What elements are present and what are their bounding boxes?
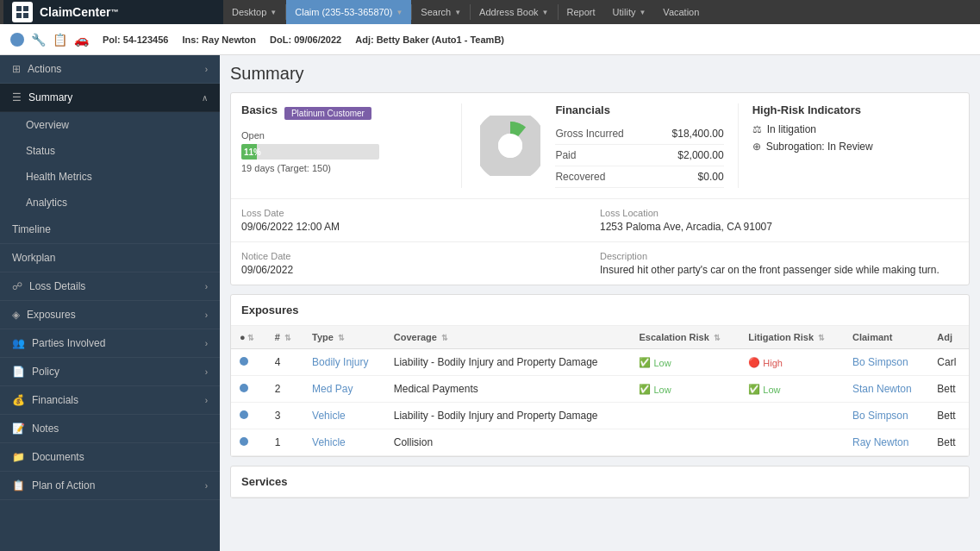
row3-num: 3 [266,403,303,429]
sidebar-item-documents[interactable]: 📁 Documents [0,443,220,472]
row3-type-link[interactable]: Vehicle [312,410,346,422]
check-icon: ✅ [639,357,651,368]
row4-coverage: Collision [385,429,631,456]
col-type: Type ⇅ [303,326,385,349]
col-dot-sort[interactable]: ⇅ [247,334,254,342]
svg-rect-3 [23,13,28,18]
sidebar-item-timeline[interactable]: Timeline [0,216,220,244]
nav-address-book[interactable]: Address Book ▼ [471,0,557,24]
nav-vacation[interactable]: Vacation [654,0,708,24]
exposures-card: Exposures ●⇅ # ⇅ Type ⇅ Coverage ⇅ Escal… [230,294,970,457]
days-target: 19 days (Target: 150) [241,163,447,173]
notes-icon: 📝 [12,423,25,435]
col-coverage: Coverage ⇅ [385,326,631,349]
doc-icon: 📋 [53,33,67,47]
nav-address-arrow: ▼ [542,9,549,16]
highrisk-section: High-Risk Indicators ⚖ In litigation ⊕ S… [739,103,958,188]
sidebar-item-actions[interactable]: ⊞ Actions › [0,55,220,84]
svg-rect-2 [16,13,22,18]
open-label: Open [241,130,447,141]
row4-claimant-link[interactable]: Ray Newton [852,436,908,448]
loss-details-arrow: › [205,282,208,291]
col-claimant: Claimant [844,326,928,349]
row3-type: Vehicle [303,403,385,429]
summary-card: Basics Platinum Customer Open 11% 19 day… [230,92,970,285]
highrisk-subrogation: ⊕ Subrogation: In Review [752,141,958,153]
status-dot [10,33,24,47]
row2-type-link[interactable]: Med Pay [312,383,353,395]
sidebar-item-summary[interactable]: ☰ Summary ∧ [0,84,220,112]
row2-claimant: Stan Newton [844,376,928,403]
pie-chart [480,116,540,176]
nav-utility-arrow: ▼ [639,9,646,16]
gavel-icon: ⚖ [752,123,762,135]
summary-icon: ☰ [12,91,22,103]
sidebar-item-exposures[interactable]: ◈ Exposures › [0,301,220,329]
sidebar-item-notes[interactable]: 📝 Notes [0,415,220,443]
col-esc-risk: Escalation Risk ⇅ [630,326,740,349]
sidebar-item-loss-details[interactable]: ☍ Loss Details › [0,272,220,301]
nav-search[interactable]: Search ▼ [412,0,470,24]
sidebar-sub-health-metrics[interactable]: Health Metrics [0,164,220,190]
row2-lit-badge: ✅Low [748,384,780,395]
sidebar-item-parties[interactable]: 👥 Parties Involved › [0,329,220,358]
sidebar-item-policy[interactable]: 📄 Policy › [0,358,220,386]
financials-arrow: › [205,396,208,405]
fin-row-paid: Paid $2,000.00 [555,145,723,166]
summary-card-body: Basics Platinum Customer Open 11% 19 day… [231,93,969,198]
table-row: 4 Bodily Injury Liability - Bodily Injur… [231,349,969,376]
progress-label: 11% [244,147,261,157]
row1-coverage: Liability - Bodily Injury and Property D… [385,349,631,376]
sidebar-sub-status[interactable]: Status [0,138,220,164]
row4-esc [630,429,740,456]
financials-icon: 💰 [12,394,25,406]
row4-num: 1 [266,429,303,456]
row2-esc-badge: ✅Low [639,384,671,395]
sidebar-item-workplan[interactable]: Workplan [0,244,220,272]
nav-claim[interactable]: Claim (235-53-365870) ▼ [286,0,411,24]
nav-desktop[interactable]: Desktop ▼ [223,0,285,24]
row4-type-link[interactable]: Vehicle [312,436,346,448]
col-lit-risk: Litigation Risk ⇅ [740,326,844,349]
row1-type: Bodily Injury [303,349,385,376]
dol-info: DoL: 09/06/2022 [270,34,341,45]
col-lit-sort[interactable]: ⇅ [818,334,825,342]
summary-arrow: ∧ [202,93,208,103]
row4-adj: Bett [928,429,969,456]
col-coverage-sort[interactable]: ⇅ [441,334,448,342]
blue-dot [240,410,248,419]
page-title: Summary [230,64,970,84]
row2-claimant-link[interactable]: Stan Newton [852,383,912,395]
policy-icon: 📄 [12,366,25,378]
row3-adj: Bett [928,403,969,429]
policy-info: Pol: 54-123456 [103,34,168,45]
sidebar-sub-overview[interactable]: Overview [0,112,220,138]
row2-adj: Bett [928,376,969,403]
row1-adj: Carl [928,349,969,376]
nav-report[interactable]: Report [559,0,604,24]
row1-claimant: Bo Simpson [844,349,928,376]
row3-coverage: Liability - Bodily Injury and Property D… [385,403,631,429]
sidebar-item-plan-of-action[interactable]: 📋 Plan of Action › [0,472,220,500]
top-navigation: ClaimCenter ™ Desktop ▼ Claim (235-53-36… [0,0,980,24]
sidebar-item-financials[interactable]: 💰 Financials › [0,386,220,415]
table-header-row: ●⇅ # ⇅ Type ⇅ Coverage ⇅ Escalation Risk… [231,326,969,349]
row4-dot [231,429,266,456]
col-esc-sort[interactable]: ⇅ [714,334,721,342]
app-logo: ClaimCenter ™ [3,0,223,24]
row1-type-link[interactable]: Bodily Injury [312,356,368,368]
plan-arrow: › [205,481,208,491]
exposures-arrow: › [205,310,208,320]
row4-type: Vehicle [303,429,385,456]
financials-section: Financials Gross Incurred $18,400.00 Pai… [462,103,738,188]
parties-arrow: › [205,339,208,348]
sidebar-sub-analytics[interactable]: Analytics [0,190,220,216]
col-type-sort[interactable]: ⇅ [338,334,345,342]
nav-utility[interactable]: Utility ▼ [604,0,655,24]
financials-title: Financials [555,103,610,116]
progress-bar-inner: 11% [241,144,257,160]
row1-claimant-link[interactable]: Bo Simpson [852,356,908,368]
check-icon: ✅ [748,384,760,395]
row3-claimant-link[interactable]: Bo Simpson [852,410,908,422]
col-num-sort[interactable]: ⇅ [284,334,291,342]
